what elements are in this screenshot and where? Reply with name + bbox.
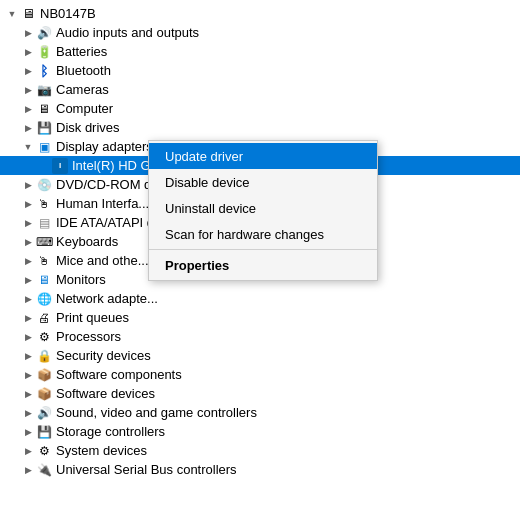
tree-item-network[interactable]: 🌐 Network adapte...	[0, 289, 520, 308]
network-chevron	[20, 291, 36, 307]
context-menu-item-update[interactable]: Update driver	[149, 143, 377, 169]
keyboards-label: Keyboards	[56, 234, 118, 249]
tree-root[interactable]: 🖥 NB0147B	[0, 4, 520, 23]
software-comp-label: Software components	[56, 367, 182, 382]
dvd-icon: 💿	[36, 177, 52, 193]
monitors-chevron	[20, 272, 36, 288]
network-icon: 🌐	[36, 291, 52, 307]
tree-item-disk[interactable]: 💾 Disk drives	[0, 118, 520, 137]
tree-item-print[interactable]: 🖨 Print queues	[0, 308, 520, 327]
tree-item-security[interactable]: 🔒 Security devices	[0, 346, 520, 365]
computer-chevron	[20, 101, 36, 117]
usb-icon: 🔌	[36, 462, 52, 478]
tree-item-system[interactable]: ⚙ System devices	[0, 441, 520, 460]
bluetooth-icon: ᛒ	[36, 63, 52, 79]
ide-icon: ▤	[36, 215, 52, 231]
ide-chevron	[20, 215, 36, 231]
storage-chevron	[20, 424, 36, 440]
scan-label: Scan for hardware changes	[165, 227, 324, 242]
disk-icon: 💾	[36, 120, 52, 136]
cameras-label: Cameras	[56, 82, 109, 97]
bluetooth-chevron	[20, 63, 36, 79]
monitors-label: Monitors	[56, 272, 106, 287]
mice-label: Mice and othe...	[56, 253, 149, 268]
sound-chevron	[20, 405, 36, 421]
mice-icon: 🖱	[36, 253, 52, 269]
processors-icon: ⚙	[36, 329, 52, 345]
tree-item-cameras[interactable]: 📷 Cameras	[0, 80, 520, 99]
system-label: System devices	[56, 443, 147, 458]
processors-label: Processors	[56, 329, 121, 344]
software-comp-chevron	[20, 367, 36, 383]
print-label: Print queues	[56, 310, 129, 325]
bluetooth-label: Bluetooth	[56, 63, 111, 78]
tree-item-sound[interactable]: 🔊 Sound, video and game controllers	[0, 403, 520, 422]
context-menu: Update driver Disable device Uninstall d…	[148, 140, 378, 281]
sound-icon: 🔊	[36, 405, 52, 421]
tree-item-usb[interactable]: 🔌 Universal Serial Bus controllers	[0, 460, 520, 479]
display-chevron	[20, 139, 36, 155]
security-label: Security devices	[56, 348, 151, 363]
storage-icon: 💾	[36, 424, 52, 440]
properties-label: Properties	[165, 258, 229, 273]
mice-chevron	[20, 253, 36, 269]
network-label: Network adapte...	[56, 291, 158, 306]
root-label: NB0147B	[40, 6, 96, 21]
disable-device-label: Disable device	[165, 175, 250, 190]
security-icon: 🔒	[36, 348, 52, 364]
monitors-icon: 🖥	[36, 272, 52, 288]
software-comp-icon: 📦	[36, 367, 52, 383]
usb-chevron	[20, 462, 36, 478]
usb-label: Universal Serial Bus controllers	[56, 462, 237, 477]
display-icon: ▣	[36, 139, 52, 155]
computer-tree-icon: 🖥	[36, 101, 52, 117]
system-chevron	[20, 443, 36, 459]
computer-icon: 🖥	[20, 6, 36, 22]
tree-item-bluetooth[interactable]: ᛒ Bluetooth	[0, 61, 520, 80]
sound-label: Sound, video and game controllers	[56, 405, 257, 420]
batteries-chevron	[20, 44, 36, 60]
human-icon: 🖱	[36, 196, 52, 212]
print-icon: 🖨	[36, 310, 52, 326]
context-menu-item-properties[interactable]: Properties	[149, 252, 377, 278]
print-chevron	[20, 310, 36, 326]
dvd-chevron	[20, 177, 36, 193]
update-driver-label: Update driver	[165, 149, 243, 164]
disk-chevron	[20, 120, 36, 136]
audio-label: Audio inputs and outputs	[56, 25, 199, 40]
uninstall-device-label: Uninstall device	[165, 201, 256, 216]
tree-item-storage[interactable]: 💾 Storage controllers	[0, 422, 520, 441]
tree-item-software-dev[interactable]: 📦 Software devices	[0, 384, 520, 403]
software-dev-chevron	[20, 386, 36, 402]
human-label: Human Interfa...	[56, 196, 149, 211]
tree-item-audio[interactable]: 🔊 Audio inputs and outputs	[0, 23, 520, 42]
audio-chevron	[20, 25, 36, 41]
storage-label: Storage controllers	[56, 424, 165, 439]
context-menu-separator	[149, 249, 377, 250]
tree-item-batteries[interactable]: 🔋 Batteries	[0, 42, 520, 61]
root-chevron	[4, 6, 20, 22]
intel-icon: I	[52, 158, 68, 174]
context-menu-item-scan[interactable]: Scan for hardware changes	[149, 221, 377, 247]
tree-item-processors[interactable]: ⚙ Processors	[0, 327, 520, 346]
batteries-icon: 🔋	[36, 44, 52, 60]
security-chevron	[20, 348, 36, 364]
cameras-chevron	[20, 82, 36, 98]
tree-item-computer[interactable]: 🖥 Computer	[0, 99, 520, 118]
keyboards-icon: ⌨	[36, 234, 52, 250]
dvd-label: DVD/CD-ROM d...	[56, 177, 162, 192]
audio-icon: 🔊	[36, 25, 52, 41]
software-dev-label: Software devices	[56, 386, 155, 401]
batteries-label: Batteries	[56, 44, 107, 59]
display-label: Display adapters	[56, 139, 153, 154]
context-menu-item-uninstall[interactable]: Uninstall device	[149, 195, 377, 221]
disk-label: Disk drives	[56, 120, 120, 135]
context-menu-item-disable[interactable]: Disable device	[149, 169, 377, 195]
processors-chevron	[20, 329, 36, 345]
human-chevron	[20, 196, 36, 212]
tree-item-software-comp[interactable]: 📦 Software components	[0, 365, 520, 384]
software-dev-icon: 📦	[36, 386, 52, 402]
keyboards-chevron	[20, 234, 36, 250]
computer-label: Computer	[56, 101, 113, 116]
cameras-icon: 📷	[36, 82, 52, 98]
